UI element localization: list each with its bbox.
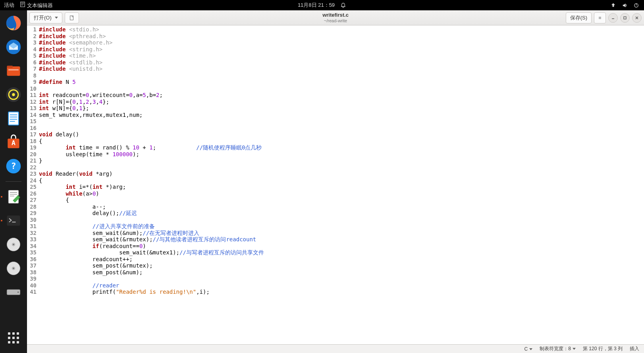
line-number: 3 [27,39,39,46]
code-line[interactable]: 37 sem_post(&rmutex); [27,262,644,269]
network-icon[interactable] [610,2,616,8]
code-line[interactable]: 36 readcount++; [27,256,644,263]
line-number: 8 [27,72,39,79]
code-line[interactable]: 3#include <semaphore.h> [27,39,644,46]
code-line[interactable]: 10 [27,85,644,92]
code-line[interactable]: 22 [27,164,644,171]
code-line[interactable]: 29 delay();//延迟 [27,210,644,217]
code-line[interactable]: 27 { [27,197,644,204]
code-line[interactable]: 32 sem_wait(&num);//在无写者进程时进入 [27,230,644,237]
code-line[interactable]: 1#include <stdio.h> [27,26,644,33]
code-line[interactable]: 21} [27,157,644,164]
svg-rect-32 [624,17,626,19]
hamburger-icon [598,15,602,21]
line-number: 1 [27,26,39,33]
code-line[interactable]: 30 [27,217,644,223]
dock-drive[interactable] [3,282,24,303]
line-number: 33 [27,236,39,243]
datetime[interactable]: 11月8日 21：59 [298,2,335,9]
current-app[interactable]: 文本编辑器 [20,2,53,9]
dock-libreoffice-writer[interactable] [3,108,24,129]
code-line[interactable]: 41 printf("Reader%d is reading!\n",i); [27,289,644,295]
line-number: 38 [27,269,39,276]
code-line[interactable]: 38 sem_post(&num); [27,269,644,276]
code-line[interactable]: 12int r[N]={0,1,2,3,4}; [27,99,644,105]
code-line[interactable]: 14sem_t wmutex,rmutex,mutex1,num; [27,112,644,118]
dock-disc-2[interactable] [3,258,24,279]
editor-area[interactable]: 1#include <stdio.h>2#include <pthread.h>… [27,25,644,344]
window-title: writefirst.c ~/read-write [322,12,349,23]
line-number: 11 [27,92,39,99]
new-tab-button[interactable] [65,12,79,23]
code-line[interactable]: 34 if(readcount==0) [27,243,644,250]
code-line[interactable]: 25 int i=*(int *)arg; [27,184,644,190]
app-grid-button[interactable] [3,328,24,348]
power-icon[interactable] [633,2,639,8]
code-line[interactable]: 7#include <unistd.h> [27,66,644,72]
line-number: 22 [27,164,39,171]
hamburger-menu-button[interactable] [594,12,606,23]
status-tabwidth[interactable]: 制表符宽度：8 [540,345,576,352]
volume-icon[interactable] [622,2,628,8]
dock-gedit[interactable] [3,186,24,207]
svg-point-10 [12,93,15,96]
dock-disc-1[interactable] [3,234,24,255]
code-line[interactable]: 4#include <string.h> [27,46,644,53]
code-line[interactable]: 20 usleep(time * 100000); [27,151,644,158]
notification-bell-icon[interactable] [340,2,346,8]
dock-rhythmbox[interactable] [3,84,24,105]
line-number: 13 [27,105,39,112]
dock-files[interactable] [3,60,24,81]
minimize-button[interactable] [608,13,618,23]
status-language[interactable]: C [524,346,533,352]
dock-firefox[interactable] [3,13,24,33]
status-mode[interactable]: 插入 [630,345,639,352]
line-number: 19 [27,144,39,151]
chevron-down-icon [55,17,58,19]
code-line[interactable]: 2#include <pthread.h> [27,33,644,40]
maximize-button[interactable] [620,13,630,23]
line-number: 26 [27,190,39,197]
code-line[interactable]: 40 //reader [27,282,644,289]
close-button[interactable] [632,13,642,23]
status-position: 第 120 行，第 3 列 [583,345,623,352]
code-line[interactable]: 5#include <time.h> [27,52,644,59]
save-button[interactable]: 保存(S) [566,12,592,23]
code-line[interactable]: 6#include <stdlib.h> [27,59,644,66]
code-line[interactable]: 39 [27,275,644,282]
code-line[interactable]: 19 int time = rand() % 10 + 1; //随机使程序睡眠… [27,144,644,151]
maximize-icon [623,16,627,20]
code-line[interactable]: 26 while(a>0) [27,190,644,197]
dock-terminal[interactable] [3,210,24,231]
dock-help[interactable]: ? [3,156,24,176]
svg-rect-11 [8,112,19,125]
line-number: 35 [27,249,39,256]
code-line[interactable]: 8 [27,72,644,79]
close-icon [635,16,639,20]
line-number: 32 [27,230,39,237]
svg-rect-0 [21,2,25,6]
code-line[interactable]: 15 [27,118,644,125]
code-line[interactable]: 31 //进入共享文件前的准备 [27,223,644,230]
code-line[interactable]: 16 [27,125,644,132]
line-number: 6 [27,59,39,66]
dock-software[interactable]: A [3,132,24,153]
line-number: 15 [27,118,39,125]
svg-rect-7 [8,69,19,70]
code-line[interactable]: 11int readcount=0,writecount=0,a=5,b=2; [27,92,644,99]
activities-button[interactable]: 活动 [4,2,14,9]
code-line[interactable]: 13int w[N]={0,1}; [27,105,644,112]
headerbar: 打开(O) writefirst.c ~/read-write 保存(S) [27,10,644,25]
code-line[interactable]: 9#define N 5 [27,79,644,85]
code-line[interactable]: 33 sem_wait(&rmutex);//与其他读者进程互斥的访问readc… [27,236,644,243]
line-number: 39 [27,275,39,282]
gnome-topbar: 活动 文本编辑器 11月8日 21：59 [0,0,644,10]
code-line[interactable]: 35 sem_wait(&mutex1);//与写者进程互斥的访问共享文件 [27,249,644,256]
code-line[interactable]: 24{ [27,177,644,184]
code-line[interactable]: 23void Reader(void *arg) [27,171,644,177]
dock-thunderbird[interactable] [3,37,24,57]
open-button[interactable]: 打开(O) [29,12,62,23]
code-line[interactable]: 28 a--; [27,204,644,210]
code-line[interactable]: 17void delay() [27,131,644,138]
code-line[interactable]: 18{ [27,138,644,145]
